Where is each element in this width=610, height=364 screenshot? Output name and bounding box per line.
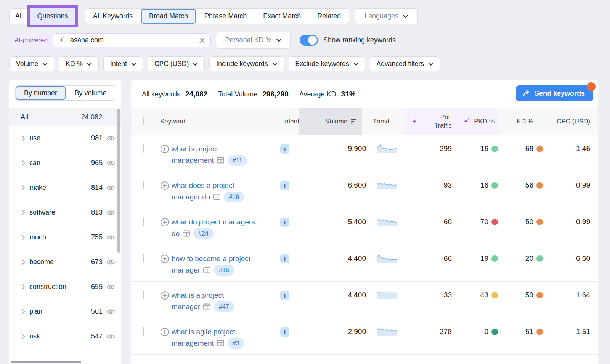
ranking-position-badge[interactable]: #24 [193,228,214,239]
ranking-position-badge[interactable]: #47 [214,301,234,312]
intent-badge[interactable]: I [280,254,289,263]
clear-search-icon[interactable] [199,37,205,43]
add-keyword-icon[interactable] [160,254,169,263]
tab-exact-match[interactable]: Exact Match [255,9,309,24]
ranking-position-badge[interactable]: #11 [228,155,247,166]
serp-features-icon[interactable] [203,265,210,277]
intent-badge[interactable]: I [280,327,289,337]
view-tab-by-number[interactable]: By number [16,86,66,100]
eye-icon[interactable] [106,135,115,141]
questions-highlight-annotation: Questions [27,5,78,27]
pot-traffic-value: 33 [444,291,452,299]
col-trend[interactable]: Trend [362,118,404,125]
group-use[interactable]: use 981 [9,126,121,151]
filter-include-keywords[interactable]: Include keywords [209,56,284,71]
add-keyword-icon[interactable] [160,327,169,337]
row-checkbox[interactable] [143,254,144,263]
eye-icon[interactable] [106,185,115,191]
col-pot-traffic[interactable]: Pot. Traffic [404,108,452,135]
search-field[interactable] [53,33,211,47]
sidebar-all-row[interactable]: All 24,082 [9,108,121,126]
filter-volume[interactable]: Volume [9,56,54,71]
eye-icon[interactable] [106,210,115,216]
col-kd[interactable]: KD % [498,118,543,125]
col-volume[interactable]: Volume [299,108,362,135]
add-keyword-icon[interactable] [160,144,169,154]
tab-questions[interactable]: Questions [37,12,68,20]
serp-features-icon[interactable] [217,338,224,350]
row-checkbox[interactable] [143,181,144,189]
add-keyword-icon[interactable] [160,181,169,190]
stat-label: Total Volume: [218,90,259,98]
group-software[interactable]: software 813 [9,200,121,225]
eye-icon[interactable] [106,309,115,315]
tab-all-keywords[interactable]: All Keywords [85,9,141,24]
filter-intent[interactable]: Intent [103,56,143,71]
row-checkbox[interactable] [143,144,144,153]
ranking-position-badge[interactable]: #3 [228,338,244,349]
group-risk[interactable]: risk 547 [9,324,121,349]
view-tab-by-volume[interactable]: By volume [66,86,116,100]
eye-icon[interactable] [106,259,115,265]
tab-broad-match[interactable]: Broad Match [141,9,196,24]
keyword-link[interactable]: what is agile projectmanagement [172,328,235,347]
send-keywords-button[interactable]: Send keywords [516,85,593,101]
intent-badge[interactable]: I [280,291,289,300]
kd-dot [536,219,543,225]
sidebar-vertical-scrollbar[interactable] [117,109,120,253]
group-construction[interactable]: construction 655 [9,274,121,299]
eye-icon[interactable] [106,334,115,340]
serp-features-icon[interactable] [203,302,210,313]
intent-badge[interactable]: I [280,181,289,190]
group-label: make [29,184,46,192]
filter-kd[interactable]: KD % [59,56,99,71]
filter-advanced-filters[interactable]: Advanced filters [370,56,440,71]
filter-label: Volume [16,60,38,68]
col-pkd[interactable]: PKD % [452,108,498,135]
serp-features-icon[interactable] [213,192,220,204]
serp-features-icon[interactable] [183,229,190,240]
col-intent[interactable]: Intent [276,118,299,125]
ranking-position-badge[interactable]: #16 [214,265,234,276]
group-plan[interactable]: plan 561 [9,299,121,324]
ranking-position-badge[interactable]: #16 [224,192,244,202]
sidebar-horizontal-scrollbar[interactable] [11,361,81,363]
eye-icon[interactable] [106,284,115,290]
show-ranking-toggle[interactable] [300,35,318,46]
intent-badge[interactable]: I [280,218,289,227]
table-body: what is projectmanagement#11 I 9,900 299… [131,135,598,355]
filter-cpc-usd[interactable]: CPC (USD) [148,56,205,71]
col-cpc[interactable]: CPC (USD) [543,118,590,125]
col-keyword[interactable]: Keyword [160,118,280,125]
eye-icon[interactable] [106,160,115,166]
keyword-table-row: how to become a projectmanager#16 I 4,40… [131,245,598,282]
keyword-link[interactable]: what is projectmanagement [172,145,218,164]
tab-all[interactable]: All [10,9,29,24]
tab-phrase-match[interactable]: Phrase Match [196,9,255,24]
row-checkbox[interactable] [143,290,144,299]
summary-stat: Average KD: 31% [299,90,356,98]
row-checkbox[interactable] [143,327,144,336]
group-label: can [29,159,40,167]
add-keyword-icon[interactable] [160,218,169,227]
chevron-down-icon [276,39,281,42]
add-keyword-icon[interactable] [160,291,169,300]
select-all-checkbox[interactable] [143,117,144,125]
intent-badge[interactable]: I [280,144,289,154]
tab-related[interactable]: Related [309,9,349,24]
keyword-link[interactable]: how to become a projectmanager [172,255,250,274]
row-checkbox[interactable] [143,217,144,226]
keyword-table-row: what is a projectmanager#47 I 4,400 33 4… [131,282,598,318]
personal-kd-dropdown[interactable]: Personal KD % [216,32,291,49]
serp-features-icon[interactable] [217,156,224,167]
stat-label: Average KD: [299,90,338,98]
group-much[interactable]: much 755 [9,225,121,250]
group-can[interactable]: can 965 [9,151,121,175]
search-input[interactable] [70,36,199,44]
volume-value: 9,900 [348,144,366,153]
group-make[interactable]: make 814 [9,175,121,200]
filter-exclude-keywords[interactable]: Exclude keywords [289,56,365,71]
group-become[interactable]: become 673 [9,250,121,274]
languages-dropdown[interactable]: Languages [355,8,418,24]
eye-icon[interactable] [106,234,115,241]
